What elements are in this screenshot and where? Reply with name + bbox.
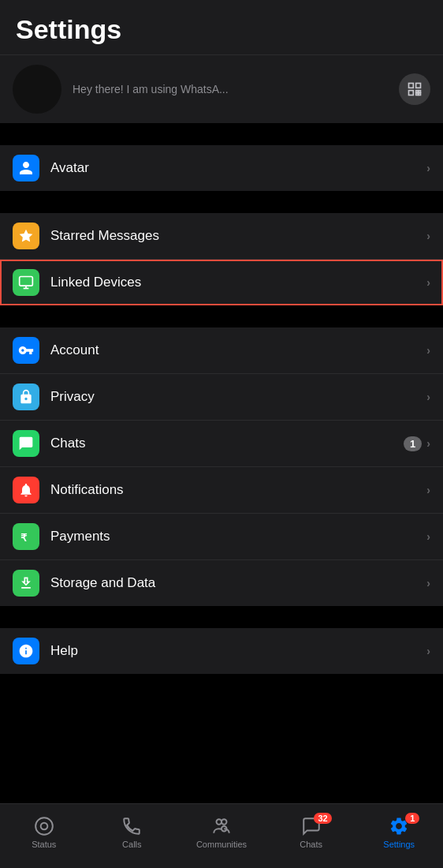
chats-chevron: › [426, 437, 430, 450]
chats-badge: 1 [404, 436, 422, 451]
menu-item-storage[interactable]: Storage and Data › [0, 560, 443, 606]
info-icon [13, 638, 39, 664]
menu-item-starred[interactable]: Starred Messages › [0, 213, 443, 260]
menu-item-linked-devices[interactable]: Linked Devices › [0, 260, 443, 305]
storage-chevron: › [426, 577, 430, 589]
section-help: Help › [0, 628, 443, 674]
profile-status: Hey there! I am using WhatsA... [73, 83, 388, 95]
bottom-navigation: Status Calls Communities 32 Chats 1 Sett… [0, 803, 443, 868]
menu-item-notifications[interactable]: Notifications › [0, 467, 443, 514]
starred-chevron: › [426, 230, 430, 242]
section-starred-linked: Starred Messages › Linked Devices › [0, 213, 443, 305]
privacy-chevron: › [426, 391, 430, 403]
profile-section: Hey there! I am using WhatsA... [0, 54, 443, 123]
gap-2 [0, 191, 443, 213]
notifications-label: Notifications [50, 482, 426, 498]
svg-rect-6 [419, 93, 421, 95]
communities-nav-label: Communities [196, 840, 247, 849]
avatar [13, 65, 61, 114]
account-chevron: › [426, 344, 430, 357]
help-chevron: › [426, 645, 430, 657]
avatar-icon [13, 155, 39, 181]
rupee-icon: ₹ [13, 523, 39, 550]
gap-4 [0, 606, 443, 628]
profile-row[interactable]: Hey there! I am using WhatsA... [0, 54, 443, 123]
svg-text:₹: ₹ [20, 532, 28, 544]
chats-settings-label: Chats [50, 436, 404, 451]
payments-chevron: › [426, 530, 430, 543]
settings-nav-label: Settings [383, 840, 415, 849]
menu-item-avatar[interactable]: Avatar › [0, 145, 443, 191]
menu-item-chats[interactable]: Chats 1 › [0, 421, 443, 467]
profile-info: Hey there! I am using WhatsA... [73, 83, 388, 95]
svg-rect-4 [419, 91, 421, 93]
svg-point-13 [217, 819, 222, 825]
svg-point-12 [40, 822, 47, 829]
svg-point-14 [222, 819, 227, 825]
nav-item-communities[interactable]: Communities [196, 816, 247, 849]
page-title: Settings [16, 14, 121, 44]
svg-point-11 [35, 817, 53, 835]
storage-icon [13, 570, 39, 597]
section-main-settings: Account › Privacy › Chats 1 › Notificati… [0, 327, 443, 606]
menu-item-privacy[interactable]: Privacy › [0, 374, 443, 421]
svg-rect-1 [416, 84, 421, 88]
settings-header: Settings [0, 0, 443, 54]
notifications-chevron: › [426, 484, 430, 496]
nav-item-status[interactable]: Status [20, 816, 68, 849]
calls-nav-icon [121, 816, 142, 836]
gap-1 [0, 123, 443, 145]
status-nav-icon [34, 816, 54, 836]
status-nav-label: Status [32, 840, 56, 849]
settings-nav-badge: 1 [405, 813, 419, 824]
qr-button[interactable] [399, 73, 430, 105]
payments-label: Payments [50, 529, 426, 544]
menu-item-payments[interactable]: ₹ Payments › [0, 514, 443, 560]
menu-item-help[interactable]: Help › [0, 628, 443, 674]
avatar-chevron: › [426, 162, 430, 174]
star-icon [13, 223, 39, 249]
nav-item-chats[interactable]: 32 Chats [288, 816, 335, 849]
storage-label: Storage and Data [50, 575, 426, 591]
svg-rect-0 [409, 84, 414, 88]
svg-rect-3 [416, 91, 419, 93]
bell-icon [13, 477, 39, 503]
svg-rect-7 [20, 277, 33, 286]
menu-item-account[interactable]: Account › [0, 327, 443, 374]
gap-3 [0, 305, 443, 327]
linked-devices-label: Linked Devices [50, 275, 426, 290]
communities-nav-icon [211, 816, 232, 836]
key-icon [13, 337, 39, 364]
help-label: Help [50, 643, 426, 659]
starred-label: Starred Messages [50, 228, 426, 244]
chat-icon [13, 430, 39, 457]
chats-nav-label: Chats [300, 840, 322, 849]
svg-rect-2 [409, 91, 414, 95]
lock-icon [13, 383, 39, 410]
nav-item-settings[interactable]: 1 Settings [375, 816, 423, 849]
nav-item-calls[interactable]: Calls [108, 816, 155, 849]
monitor-icon [13, 269, 39, 296]
avatar-label: Avatar [50, 160, 426, 176]
qr-icon [407, 81, 423, 97]
svg-rect-5 [416, 93, 419, 95]
section-avatar: Avatar › [0, 145, 443, 191]
privacy-label: Privacy [50, 389, 426, 405]
linked-chevron: › [426, 276, 430, 289]
chats-nav-badge: 32 [314, 813, 331, 824]
account-label: Account [50, 342, 426, 358]
calls-nav-label: Calls [122, 840, 141, 849]
